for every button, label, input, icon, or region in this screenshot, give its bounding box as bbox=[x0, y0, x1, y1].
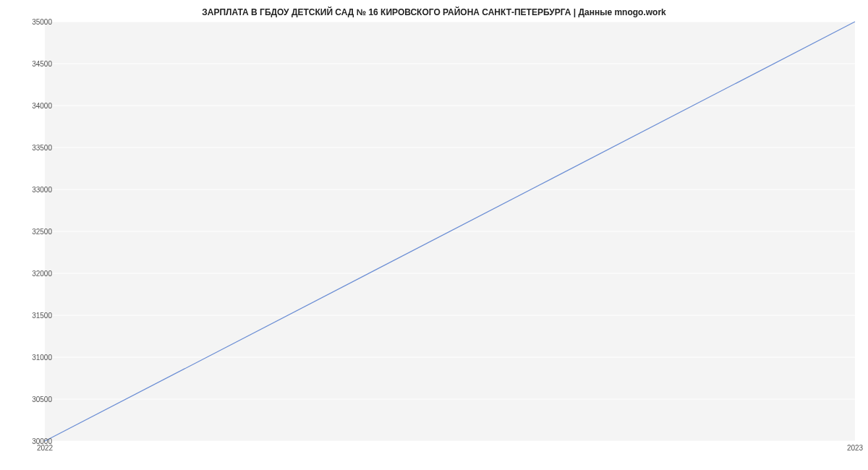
x-tick-label: 2022 bbox=[37, 444, 53, 452]
y-tick-label: 34500 bbox=[32, 60, 52, 68]
x-tick-label: 2023 bbox=[847, 444, 863, 452]
y-tick-label: 31500 bbox=[32, 312, 52, 320]
y-tick-label: 35000 bbox=[32, 18, 52, 26]
y-tick-label: 30500 bbox=[32, 396, 52, 403]
chart-svg bbox=[45, 22, 855, 441]
y-tick-label: 34000 bbox=[32, 102, 52, 110]
y-tick-label: 33000 bbox=[32, 186, 52, 194]
y-tick-label: 32500 bbox=[32, 228, 52, 236]
chart-title: ЗАРПЛАТА В ГБДОУ ДЕТСКИЙ САД № 16 КИРОВС… bbox=[0, 0, 868, 23]
chart-plot-area bbox=[45, 22, 855, 441]
y-tick-label: 31000 bbox=[32, 354, 52, 362]
y-tick-label: 33500 bbox=[32, 144, 52, 152]
y-tick-label: 32000 bbox=[32, 270, 52, 278]
